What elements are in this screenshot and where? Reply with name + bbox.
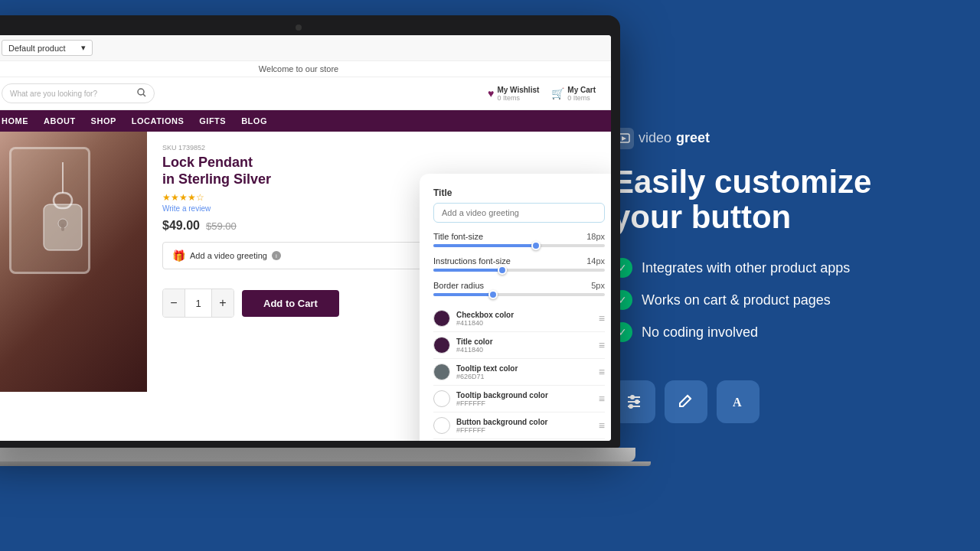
checkbox-color-name: Checkbox color xyxy=(456,311,514,319)
search-placeholder: What are you looking for? xyxy=(10,90,97,98)
instructions-font-size-thumb[interactable] xyxy=(498,266,507,275)
logo-text-video: video xyxy=(639,130,671,146)
feature-item-1: ✓ Works on cart & product pages xyxy=(612,290,949,310)
tooltip-text-color-hex: #626D71 xyxy=(456,373,518,380)
quantity-input[interactable] xyxy=(185,289,212,317)
color-row-button-bg: Button background color #FFFFFF ≡ xyxy=(433,412,605,439)
title-font-size-slider-row: Title font-size 18px xyxy=(433,232,605,247)
laptop-foot xyxy=(0,461,651,466)
text-icon-btn[interactable]: A xyxy=(717,380,760,423)
title-color-hex: #411840 xyxy=(456,346,493,354)
feature-text-0: Integrates with other product apps xyxy=(642,260,850,276)
qty-plus-button[interactable]: + xyxy=(212,289,234,317)
cart-info: My Cart 0 Items xyxy=(567,86,596,102)
price-original: $59.00 xyxy=(206,220,237,232)
product-area: SKU 1739852 Lock Pendant in Sterling Sil… xyxy=(0,132,611,392)
reorder-icon-0[interactable]: ≡ xyxy=(599,312,605,324)
nav-locations[interactable]: LOCATIONS xyxy=(132,116,184,126)
store-dropdown[interactable]: Default product ▾ xyxy=(2,40,93,56)
instructions-font-size-fill xyxy=(433,269,502,272)
store-nav: HOME ABOUT SHOP LOCATIONS GIFTS BLOG xyxy=(0,110,611,132)
heart-icon: ♥ xyxy=(488,87,494,99)
info-icon[interactable]: i xyxy=(272,251,281,260)
title-font-size-value: 18px xyxy=(586,232,605,241)
button-bg-color-name: Button background color xyxy=(456,418,547,426)
title-font-size-track[interactable] xyxy=(433,244,605,247)
feature-list: ✓ Integrates with other product apps ✓ W… xyxy=(612,258,949,342)
border-radius-track[interactable] xyxy=(433,293,605,296)
product-sku: SKU 1739852 xyxy=(162,144,596,152)
color-row-tooltip-bg: Tooltip background color #FFFFFF ≡ xyxy=(433,386,605,412)
panel-title-input[interactable] xyxy=(433,203,605,223)
reorder-icon-4[interactable]: ≡ xyxy=(599,419,605,432)
wishlist-count: 0 Items xyxy=(497,94,539,102)
store-header: What are you looking for? ♥ My Wishlist … xyxy=(0,77,611,110)
qty-minus-button[interactable]: − xyxy=(163,289,185,317)
svg-rect-6 xyxy=(61,223,64,231)
instructions-font-size-value: 14px xyxy=(586,256,605,266)
nav-home[interactable]: HOME xyxy=(2,116,28,126)
border-radius-label: Border radius xyxy=(433,281,484,290)
reorder-icon-1[interactable]: ≡ xyxy=(599,339,605,351)
edit-icon-btn[interactable] xyxy=(665,380,707,423)
feature-item-2: ✓ No coding involved xyxy=(612,322,949,342)
welcome-text: Welcome to our store xyxy=(259,64,338,73)
checkbox-color-swatch[interactable] xyxy=(433,310,450,327)
dropdown-arrow: ▾ xyxy=(81,43,86,53)
wishlist-info: My Wishlist 0 Items xyxy=(497,86,539,102)
search-icon[interactable] xyxy=(137,88,146,99)
right-panel: videogreet Easily customize your button … xyxy=(582,0,980,551)
svg-line-1 xyxy=(143,94,145,96)
store-actions: ♥ My Wishlist 0 Items 🛒 My Cart 0 Items xyxy=(488,86,596,102)
cart-label: My Cart xyxy=(567,86,596,94)
laptop-camera xyxy=(296,24,302,31)
dropdown-label: Default product xyxy=(8,44,66,53)
search-bar[interactable]: What are you looking for? xyxy=(2,83,155,103)
cart-action[interactable]: 🛒 My Cart 0 Items xyxy=(551,86,596,102)
title-color-name: Title color xyxy=(456,337,493,346)
reorder-icon-2[interactable]: ≡ xyxy=(599,366,605,378)
brand-logo: videogreet xyxy=(612,128,949,149)
tooltip-text-color-name: Tooltip text color xyxy=(456,364,518,373)
svg-point-13 xyxy=(635,400,639,403)
feature-item-0: ✓ Integrates with other product apps xyxy=(612,258,949,278)
button-bg-color-hex: #FFFFFF xyxy=(456,426,547,434)
cart-icon: 🛒 xyxy=(551,87,564,99)
tooltip-bg-color-name: Tooltip background color xyxy=(456,391,548,399)
svg-point-0 xyxy=(138,89,144,95)
title-font-size-label: Title font-size xyxy=(433,232,483,241)
svg-text:A: A xyxy=(733,396,742,409)
tooltip-bg-color-swatch[interactable] xyxy=(433,390,450,407)
instructions-font-size-slider-row: Instructions font-size 14px xyxy=(433,256,605,272)
store-top-bar: Default product ▾ xyxy=(0,35,611,61)
tooltip-text-color-swatch[interactable] xyxy=(433,364,450,380)
reorder-icon-3[interactable]: ≡ xyxy=(599,393,605,405)
nav-shop[interactable]: SHOP xyxy=(91,116,116,126)
nav-blog[interactable]: BLOG xyxy=(241,116,267,126)
customize-panel: Title Title font-size 18px xyxy=(420,174,611,441)
add-to-cart-button[interactable]: Add to Cart xyxy=(242,290,339,317)
laptop-frame: Default product ▾ Welcome to our store W… xyxy=(0,15,635,505)
border-radius-thumb[interactable] xyxy=(488,290,498,299)
instructions-font-size-track[interactable] xyxy=(433,269,605,272)
left-panel: Default product ▾ Welcome to our store W… xyxy=(0,0,582,551)
svg-line-15 xyxy=(688,396,691,399)
border-radius-fill xyxy=(433,293,493,296)
border-radius-value: 5px xyxy=(591,281,605,290)
nav-about[interactable]: ABOUT xyxy=(44,116,76,126)
nav-gifts[interactable]: GIFTS xyxy=(199,116,226,126)
video-greeting-label: Add a video greeting xyxy=(190,251,267,260)
title-font-size-fill xyxy=(433,244,536,247)
headline-line1: Easily customize xyxy=(612,164,871,200)
button-bg-color-swatch[interactable] xyxy=(433,417,450,434)
cart-count: 0 Items xyxy=(567,94,596,102)
color-row-title: Title color #411840 ≡ xyxy=(433,332,605,359)
title-font-size-thumb[interactable] xyxy=(531,241,541,250)
logo-text-greet: greet xyxy=(676,130,710,146)
color-row-tooltip-text: Tooltip text color #626D71 ≡ xyxy=(433,359,605,386)
title-color-swatch[interactable] xyxy=(433,337,450,354)
wishlist-action[interactable]: ♥ My Wishlist 0 Items xyxy=(488,86,539,102)
instructions-font-size-label: Instructions font-size xyxy=(433,256,511,266)
product-image xyxy=(0,132,147,392)
wishlist-label: My Wishlist xyxy=(497,86,539,94)
